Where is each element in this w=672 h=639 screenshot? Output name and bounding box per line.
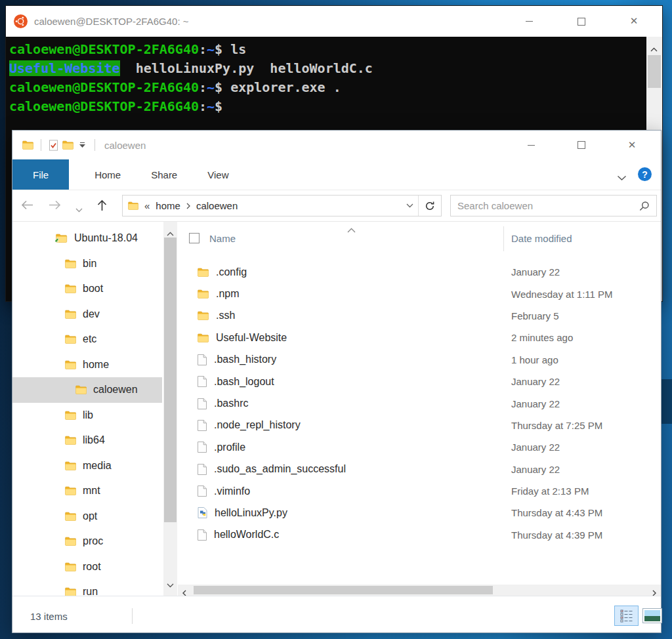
file-date-modified: Friday at 2:13 PM [511,485,661,497]
file-row[interactable]: .viminfo Friday at 2:13 PM [178,480,661,502]
sidebar-scrollbar[interactable] [163,222,177,596]
ribbon-tab[interactable]: Home [79,159,136,190]
folder-icon [65,335,76,344]
ribbon-tab-label: View [207,169,228,180]
sidebar-item[interactable]: mnt [12,478,162,504]
breadcrumb-caloewen[interactable]: caloewen [196,200,238,211]
file-row[interactable]: helloLinuxPy.py Thursday at 4:43 PM [178,502,661,524]
ribbon-tab[interactable]: Share [136,159,192,190]
sidebar-item[interactable]: dev [12,302,162,327]
sidebar-item[interactable]: bin [12,251,162,277]
file-row[interactable]: .node_repl_history Thursday at 7:25 PM [178,415,661,436]
ribbon-tab-label: File [33,169,49,180]
customize-toolbar-dropdown-icon[interactable] [79,142,85,148]
explorer-window: caloewen ✕ File Home Share [12,130,662,633]
folder-icon [65,587,76,596]
scroll-left-icon[interactable] [182,587,186,596]
folder-icon [198,289,209,299]
recent-locations-icon[interactable] [75,203,83,215]
terminal-scrollbar-thumb[interactable] [648,55,661,88]
explorer-maximize-button[interactable] [577,140,586,150]
breadcrumb-ellipsis[interactable]: « [144,200,150,211]
file-row[interactable]: .npm Wednesday at 1:11 PM [178,283,661,304]
file-row[interactable]: .sudo_as_admin_successful January 22 [178,459,661,480]
scroll-right-icon[interactable] [652,587,656,596]
thumbnail-view-button[interactable] [642,608,662,623]
refresh-icon[interactable] [419,201,441,211]
terminal-text-segment: ~ [207,98,215,114]
qat-new-folder-icon[interactable] [62,140,74,150]
back-icon[interactable] [20,199,34,213]
ribbon-tab[interactable]: View [192,159,243,190]
explorer-close-button[interactable]: ✕ [627,140,637,150]
sidebar-item[interactable]: lib [12,403,162,428]
details-view-button[interactable] [614,606,639,626]
sidebar-item[interactable]: etc [12,327,162,352]
qat-separator [41,139,41,151]
explorer-minimize-button[interactable] [526,140,536,150]
up-icon[interactable] [96,199,108,215]
file-row[interactable]: .ssh February 5 [178,305,661,327]
file-row[interactable]: helloWorldC.c Thursday at 4:39 PM [178,524,661,546]
terminal-text-segment: caloewen@DESKTOP-2FA6G40 [9,98,199,114]
sidebar-item[interactable]: caloewen [12,377,162,403]
address-dropdown-icon[interactable] [401,203,418,208]
sidebar-item[interactable]: root [12,554,162,580]
search-input[interactable] [451,200,639,211]
breadcrumb-chevron-icon[interactable] [186,203,190,209]
folder-icon [198,311,209,320]
file-row[interactable]: .bashrc January 22 [178,392,661,414]
column-header-name[interactable]: Name [209,233,236,244]
sidebar-item[interactable]: lib64 [12,428,162,453]
breadcrumb-home[interactable]: home [156,200,180,211]
address-input-box[interactable]: « home caloewen [122,195,442,216]
terminal-titlebar[interactable]: caloewen@DESKTOP-2FA6G40: ~ ✕ [6,6,662,37]
sidebar-item-label: etc [83,333,96,345]
folder-icon [65,360,76,369]
help-icon[interactable]: ? [638,167,652,181]
terminal-text-segment: explorer.exe . [230,79,341,95]
file-date-modified: 2 minutes ago [511,332,661,343]
terminal-minimize-button[interactable] [524,17,534,26]
sidebar-item-label: lib64 [83,434,105,446]
search-box[interactable] [450,195,657,216]
file-row[interactable]: Useful-Website 2 minutes ago [178,327,661,348]
column-separator[interactable] [503,226,504,251]
file-name: .bashrc [214,398,248,409]
file-row[interactable]: .bash_logout January 22 [178,371,661,392]
sidebar-item[interactable]: run [12,579,162,596]
folder-icon [65,537,76,546]
file-row[interactable]: .bash_history 1 hour ago [178,349,661,371]
horizontal-scrollbar-thumb[interactable] [194,586,493,594]
sidebar-item[interactable]: media [12,453,162,479]
terminal-maximize-button[interactable] [577,17,586,26]
scroll-up-icon[interactable] [650,43,658,54]
ribbon-tab[interactable]: File [12,159,69,190]
file-date-modified: Wednesday at 1:11 PM [511,289,661,300]
explorer-titlebar[interactable]: caloewen ✕ [12,131,661,159]
sidebar-item[interactable]: opt [12,504,162,529]
sort-ascending-icon[interactable] [347,224,356,235]
sidebar-item[interactable]: proc [12,529,162,554]
sidebar-item-label: boot [83,283,103,295]
terminal-close-button[interactable]: ✕ [629,17,639,26]
sidebar-scrollbar-thumb[interactable] [164,237,177,522]
file-rows: .config January 22 [178,261,661,546]
horizontal-scrollbar[interactable] [178,585,661,596]
wallpaper-dark-band [660,379,672,424]
file-name: .viminfo [214,485,250,497]
file-row[interactable]: .config January 22 [178,261,661,283]
file-date-modified: January 22 [511,398,661,409]
forward-icon[interactable] [48,199,62,213]
qat-properties-icon[interactable] [49,140,58,151]
search-icon[interactable] [639,201,650,211]
status-separator [132,608,133,624]
sidebar-item[interactable]: Ubuntu-18.04 [12,226,162,251]
scroll-down-icon[interactable] [167,579,174,590]
column-header-date[interactable]: Date modified [511,233,661,244]
minimize-ribbon-icon[interactable] [617,172,627,184]
select-all-checkbox[interactable] [189,233,200,243]
sidebar-item[interactable]: boot [12,276,162,302]
sidebar-item[interactable]: home [12,352,162,378]
file-row[interactable]: .profile January 22 [178,436,661,458]
